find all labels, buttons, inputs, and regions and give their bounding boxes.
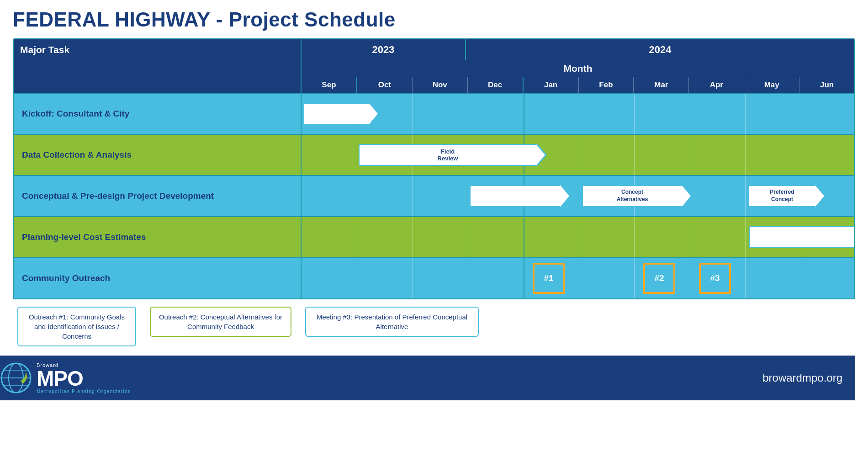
task-timeline-data: FieldReview: [302, 135, 854, 175]
note-2: Outreach #2: Conceptual Alternatives for…: [150, 307, 291, 337]
month-may: May: [744, 77, 799, 93]
months-row: Sep Oct Nov Dec Jan Feb Mar Apr May Jun: [14, 77, 854, 93]
task-row-data: Data Collection & Analysis FieldReview: [14, 134, 854, 175]
task-row-cost: Planning-level Cost Estimates: [14, 216, 854, 257]
month-nov: Nov: [413, 77, 468, 93]
months-grid: Sep Oct Nov Dec Jan Feb Mar Apr May Jun: [302, 77, 854, 93]
task-row-kickoff: Kickoff: Consultant & City: [14, 93, 854, 134]
year-2024-header: 2024: [466, 39, 854, 60]
schedule-container: Major Task 2023 2024 Month Sep Oct Nov D…: [13, 38, 855, 299]
mpo-text-group: Broward MPO Metropolitan Planning Organi…: [37, 362, 131, 394]
year-header-row: Major Task 2023 2024: [14, 39, 854, 60]
note-3: Meeting #3: Presentation of Preferred Co…: [305, 307, 479, 337]
website-url: browardmpo.org: [762, 372, 842, 384]
month-jun: Jun: [799, 77, 854, 93]
page-title: FEDERAL HIGHWAY - Project Schedule: [13, 8, 855, 31]
note-1: Outreach #1: Community Goals and Identif…: [17, 307, 136, 346]
task-timeline-kickoff: [302, 94, 854, 134]
outreach-2: #2: [643, 263, 675, 294]
page-wrapper: FEDERAL HIGHWAY - Project Schedule Major…: [0, 0, 868, 346]
task-label-cost: Planning-level Cost Estimates: [14, 217, 302, 257]
month-label: Month: [302, 60, 854, 77]
task-label-kickoff: Kickoff: Consultant & City: [14, 94, 302, 134]
task-timeline-cost: [302, 217, 854, 257]
task-row-outreach: Community Outreach #1 #2 #3: [14, 257, 854, 298]
task-label-conceptual: Conceptual & Pre-design Project Developm…: [14, 176, 302, 216]
mpo-logo-icon: [0, 362, 32, 394]
footer-notes: Outreach #1: Community Goals and Identif…: [13, 307, 855, 346]
bottom-bar: Broward MPO Metropolitan Planning Organi…: [0, 356, 855, 400]
month-apr: Apr: [689, 77, 744, 93]
mpo-subtitle: Metropolitan Planning Organization: [37, 389, 131, 394]
month-label-row: Month: [14, 60, 854, 77]
mpo-logo: Broward MPO Metropolitan Planning Organi…: [0, 362, 131, 394]
month-feb: Feb: [579, 77, 634, 93]
month-dec: Dec: [468, 77, 524, 93]
major-task-header: Major Task: [14, 39, 302, 60]
task-row-conceptual: Conceptual & Pre-design Project Developm…: [14, 175, 854, 216]
year-2023-header: 2023: [302, 39, 466, 60]
month-mar: Mar: [634, 77, 689, 93]
task-label-data: Data Collection & Analysis: [14, 135, 302, 175]
month-jan: Jan: [524, 77, 579, 93]
mpo-label: MPO: [37, 368, 131, 389]
outreach-1: #1: [533, 263, 565, 294]
month-sep: Sep: [302, 77, 357, 93]
months-spacer: [14, 77, 302, 93]
month-label-spacer: [14, 60, 302, 77]
task-timeline-conceptual: ConceptAlternatives PreferredConcept: [302, 176, 854, 216]
task-timeline-outreach: #1 #2 #3: [302, 258, 854, 298]
month-oct: Oct: [357, 77, 413, 93]
task-label-outreach: Community Outreach: [14, 258, 302, 298]
outreach-3: #3: [699, 263, 731, 294]
